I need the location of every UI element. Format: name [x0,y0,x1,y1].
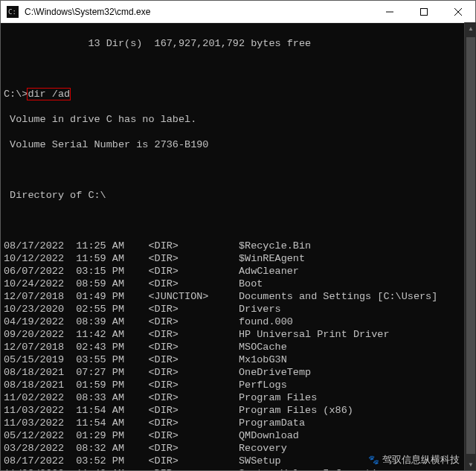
vertical-scrollbar[interactable]: ▲ ▼ [464,22,476,470]
watermark-text: 驾驭信息纵横科技 [382,454,460,465]
paw-icon: 🐾 [368,455,379,465]
directory-entry: 04/19/2022 08:39 AM <DIR> found.000 [4,315,472,328]
blank [4,164,472,176]
prev-summary-line: 13 Dir(s) 167,927,201,792 bytes free [4,37,472,50]
svg-rect-3 [421,8,428,15]
directory-entry: 09/20/2022 11:42 AM <DIR> HP Universal P… [4,328,472,341]
prompt-prefix: C:\> [4,89,28,100]
directory-entry: 05/12/2022 01:29 PM <DIR> QMDownload [4,429,472,442]
scrollbar-thumb[interactable] [466,37,475,454]
directory-entry: 12/07/2018 01:49 PM <JUNCTION> Documents… [4,290,472,303]
blank [4,214,472,227]
close-button[interactable] [441,1,475,22]
directory-entry: 08/18/2021 01:59 PM <DIR> PerfLogs [4,379,472,391]
volume-line-1: Volume in drive C has no label. [4,113,472,126]
console-output[interactable]: 13 Dir(s) 167,927,201,792 bytes free C:\… [1,23,475,470]
directory-entry: 08/17/2022 11:25 AM <DIR> $Recycle.Bin [4,240,472,252]
minimize-button[interactable] [373,1,407,22]
directory-entry: 08/18/2021 07:27 PM <DIR> OneDriveTemp [4,366,472,379]
directory-entry: 10/23/2020 02:55 PM <DIR> Drivers [4,303,472,315]
directory-entry: 06/07/2022 03:15 PM <DIR> AdwCleaner [4,265,472,278]
directory-entry: 12/07/2018 02:43 PM <DIR> MSOCache [4,341,472,353]
directory-entry: 11/03/2022 11:54 AM <DIR> Program Files … [4,404,472,417]
maximize-button[interactable] [407,1,441,22]
svg-text:C:: C: [8,8,16,16]
directory-entry: 11/03/2022 11:54 AM <DIR> ProgramData [4,417,472,429]
typed-command: dir /ad [27,88,71,100]
directory-entry: 11/03/2022 11:40 AM <DIR> System Volume … [4,467,472,470]
window-title: C:\Windows\System32\cmd.exe [23,7,373,17]
volume-line-2: Volume Serial Number is 2736-B190 [4,138,472,151]
scroll-up-arrow[interactable]: ▲ [465,22,476,34]
window-controls [373,1,475,22]
scroll-down-arrow[interactable]: ▼ [465,458,476,470]
titlebar[interactable]: C: C:\Windows\System32\cmd.exe [1,1,475,23]
directory-listing: 08/17/2022 11:25 AM <DIR> $Recycle.Bin10… [4,240,472,470]
prompt-line: C:\>dir /ad [4,88,472,100]
directory-entry: 05/15/2019 03:55 PM <DIR> Mx1obG3N [4,353,472,366]
directory-entry: 11/02/2022 08:33 AM <DIR> Program Files [4,391,472,404]
cmd-icon: C: [7,6,19,18]
cmd-window: C: C:\Windows\System32\cmd.exe 13 Dir(s)… [0,0,476,471]
directory-entry: 10/24/2022 08:59 AM <DIR> Boot [4,278,472,290]
directory-entry: 10/12/2022 11:59 AM <DIR> $WinREAgent [4,252,472,265]
directory-header: Directory of C:\ [4,189,472,202]
watermark: 🐾驾驭信息纵横科技 [368,453,460,467]
blank [4,63,472,75]
